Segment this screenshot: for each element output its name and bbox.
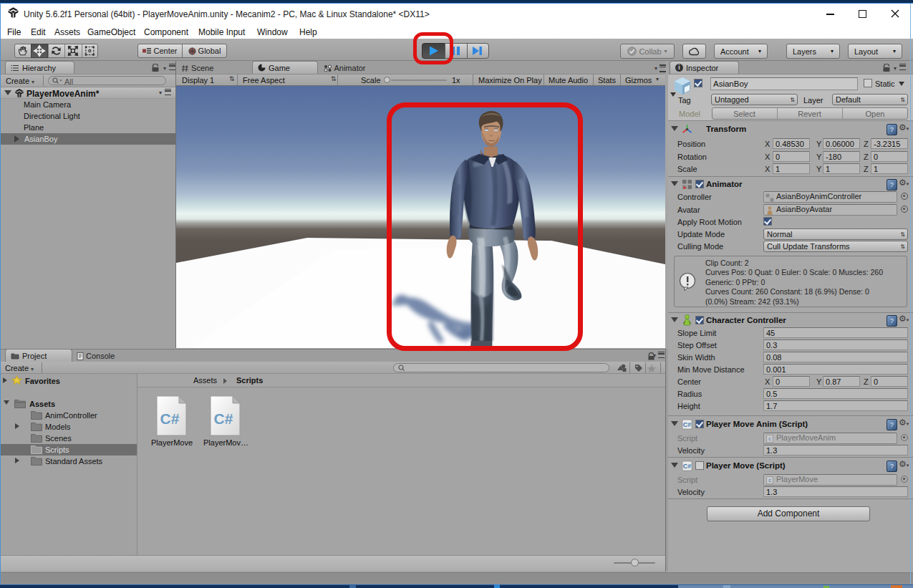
svg-text:C#: C# bbox=[160, 410, 180, 427]
svg-text:C#: C# bbox=[214, 410, 233, 427]
svg-text:C#: C# bbox=[683, 421, 692, 428]
svg-text:C#: C# bbox=[683, 463, 692, 470]
